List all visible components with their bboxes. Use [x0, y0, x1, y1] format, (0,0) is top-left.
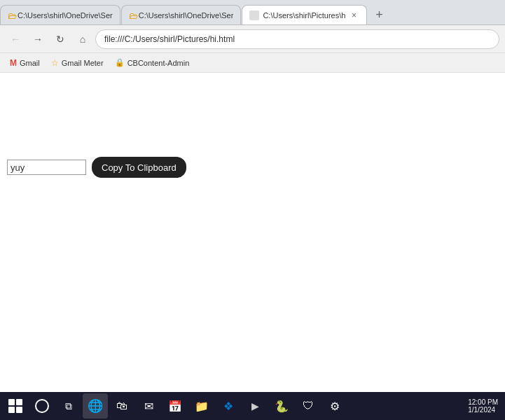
security-button[interactable]: 🛡	[296, 393, 321, 419]
taskbar: ⧉ 🌐 🛍 ✉ 📅 📁 ❖ ▶ 🐍 🛡 ⚙	[0, 392, 505, 420]
bookmark-gmail-meter-label: Gmail Meter	[62, 59, 104, 67]
shield-icon: 🛡	[303, 400, 314, 412]
bookmark-cbcontent-label: CBContent-Admin	[127, 59, 190, 67]
gear-icon: ⚙	[330, 400, 340, 413]
copy-to-clipboard-button[interactable]: Copy To Clipboard	[92, 157, 186, 178]
task-view-icon: ⧉	[65, 400, 72, 412]
tray-time: 12:00 PM1/1/2024	[468, 398, 498, 414]
tab-1-favicon: 🗁	[8, 10, 18, 20]
tab-3-title: C:\Users\shirl\Pictures\h	[263, 11, 345, 20]
python-button[interactable]: 🐍	[269, 393, 294, 419]
back-button[interactable]: ←	[6, 29, 25, 49]
search-circle-icon	[35, 399, 49, 413]
browser-window: 🗁 C:\Users\shirl\OneDrive\Ser 🗁 C:\Users…	[0, 0, 505, 420]
refresh-button[interactable]: ↻	[50, 29, 70, 49]
bookmark-gmail-label: Gmail	[20, 59, 40, 67]
text-input[interactable]	[7, 160, 86, 175]
page-content: Copy To Clipboard	[0, 73, 505, 392]
folder-icon: 📁	[195, 400, 209, 413]
address-text: file:///C:/Users/shirl/Pictures/hi.html	[104, 34, 235, 44]
lock-icon: 🔒	[115, 58, 125, 67]
tab-3-favicon	[249, 10, 259, 20]
tab-2-title: C:\Users\shirl\OneDrive\Ser	[139, 11, 234, 20]
chrome-icon: 🌐	[88, 398, 103, 414]
tab-1-title: C:\Users\shirl\OneDrive\Ser	[18, 11, 113, 20]
gmail-icon: M	[10, 58, 17, 68]
mail-icon: ✉	[144, 400, 153, 413]
terminal-button[interactable]: ▶	[242, 393, 268, 419]
tab-bar: 🗁 C:\Users\shirl\OneDrive\Ser 🗁 C:\Users…	[0, 0, 505, 25]
files-button[interactable]: 📁	[189, 393, 214, 419]
calendar-button[interactable]: 📅	[162, 393, 188, 419]
store-button[interactable]: 🛍	[109, 393, 134, 419]
mail-button[interactable]: ✉	[136, 393, 161, 419]
python-icon: 🐍	[275, 400, 289, 413]
task-view-button[interactable]: ⧉	[56, 393, 81, 419]
nav-bar: ← → ↻ ⌂ file:///C:/Users/shirl/Pictures/…	[0, 25, 505, 53]
bookmarks-bar: M Gmail ☆ Gmail Meter 🔒 CBContent-Admin	[0, 53, 505, 73]
tab-3-close[interactable]: ×	[348, 10, 359, 21]
new-tab-button[interactable]: +	[369, 5, 389, 24]
bookmark-cbcontent[interactable]: 🔒 CBContent-Admin	[111, 57, 194, 69]
forward-button[interactable]: →	[28, 29, 48, 49]
tab-2-favicon: 🗁	[129, 10, 139, 20]
page-inner: Copy To Clipboard	[7, 157, 505, 178]
vscode-button[interactable]: ❖	[216, 393, 241, 419]
vscode-icon: ❖	[223, 400, 233, 413]
address-bar[interactable]: file:///C:/Users/shirl/Pictures/hi.html	[95, 29, 499, 49]
search-button[interactable]	[29, 393, 55, 419]
home-button[interactable]: ⌂	[73, 29, 92, 49]
bookmark-gmail[interactable]: M Gmail	[6, 57, 44, 69]
settings-button[interactable]: ⚙	[322, 393, 347, 419]
store-icon: 🛍	[116, 400, 127, 412]
chrome-button[interactable]: 🌐	[83, 393, 108, 419]
bookmark-gmail-meter[interactable]: ☆ Gmail Meter	[47, 57, 108, 69]
calendar-icon: 📅	[168, 400, 182, 413]
tab-1[interactable]: 🗁 C:\Users\shirl\OneDrive\Ser	[0, 5, 120, 24]
start-button[interactable]	[3, 393, 28, 419]
tab-2[interactable]: 🗁 C:\Users\shirl\OneDrive\Ser	[121, 5, 242, 24]
terminal-icon: ▶	[251, 400, 259, 412]
system-tray: 12:00 PM1/1/2024	[468, 398, 502, 414]
star-icon: ☆	[51, 58, 59, 68]
windows-icon	[8, 399, 22, 413]
tab-3[interactable]: C:\Users\shirl\Pictures\h ×	[242, 5, 367, 24]
